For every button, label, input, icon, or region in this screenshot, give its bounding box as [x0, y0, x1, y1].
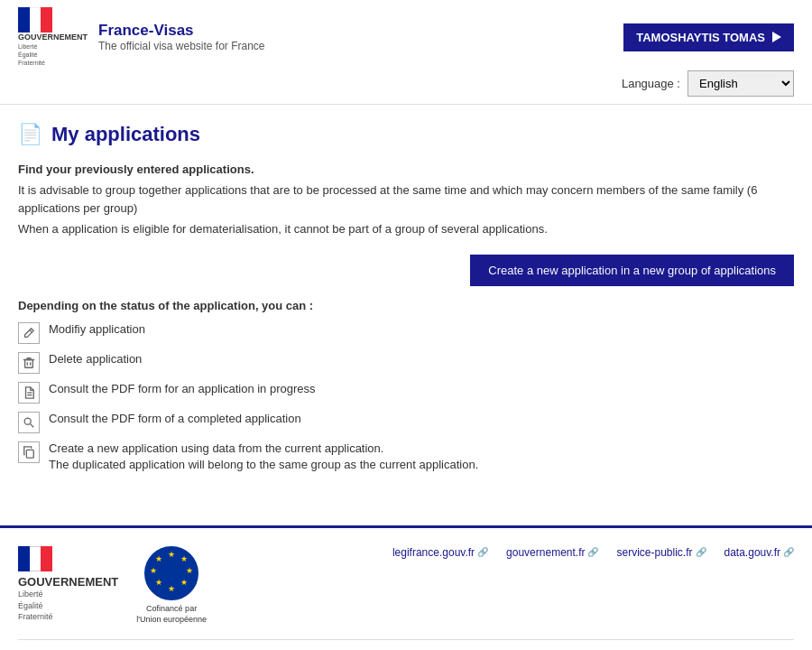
footer-logos: GOUVERNEMENT Liberté Égalité Fraternité … — [18, 546, 207, 625]
eu-badge: ★ ★ ★ ★ ★ ★ ★ ★ Cofinancé par l'Union eu — [136, 546, 207, 625]
footer-gov-name: GOUVERNEMENT — [18, 575, 118, 589]
header-right: TAMOSHAYTIS TOMAS — [623, 23, 794, 51]
footer-top: GOUVERNEMENT Liberté Égalité Fraternité … — [18, 546, 794, 625]
site-subtitle: The official visa website for France — [98, 40, 265, 52]
gov-name-label: GOUVERNEMENT — [18, 32, 88, 42]
svg-text:★: ★ — [168, 584, 175, 593]
main-content: 📄 My applications Find your previously e… — [0, 105, 812, 498]
create-application-button[interactable]: Create a new application in a new group … — [470, 255, 794, 286]
duplicate-label: Create a new application using data from… — [49, 441, 478, 473]
svg-text:★: ★ — [155, 554, 162, 563]
user-name-label: TAMOSHAYTIS TOMAS — [636, 31, 765, 44]
pdf-progress-label: Consult the PDF form for an application … — [49, 381, 316, 397]
search-icon — [23, 416, 35, 429]
footer: GOUVERNEMENT Liberté Égalité Fraternité … — [0, 525, 812, 650]
language-label: Language : — [622, 77, 680, 90]
footer-bottom: © 2023 Portail France-Visas | Site map ↗… — [18, 639, 794, 650]
svg-line-6 — [31, 423, 34, 427]
footer-links: legifrance.gouv.fr 🔗 gouvernement.fr 🔗 s… — [392, 546, 794, 559]
file-icon-box — [18, 382, 40, 404]
footer-french-flag — [18, 546, 52, 571]
copy-icon — [23, 446, 35, 459]
copy-icon-box — [18, 441, 40, 463]
status-heading: Depending on the status of the applicati… — [18, 299, 794, 312]
search-icon-box — [18, 412, 40, 433]
user-menu-button[interactable]: TAMOSHAYTIS TOMAS — [623, 23, 794, 51]
footer-gov-motto: Liberté Égalité Fraternité — [18, 589, 53, 623]
footer-link-data-gouv[interactable]: data.gouv.fr 🔗 — [724, 546, 794, 559]
external-link-icon: 🔗 — [783, 547, 794, 557]
intro-bold: Find your previously entered application… — [18, 162, 794, 176]
gouvernement-logo: GOUVERNEMENT Liberté Égalité Fraternité — [18, 7, 88, 67]
footer-link-service-public[interactable]: service-public.fr 🔗 — [616, 546, 706, 559]
footer-gov-logo: GOUVERNEMENT Liberté Égalité Fraternité — [18, 546, 118, 623]
pdf-completed-label: Consult the PDF form of a completed appl… — [49, 411, 301, 427]
external-link-icon: 🔗 — [477, 547, 488, 557]
trash-icon — [23, 357, 35, 369]
svg-text:★: ★ — [150, 566, 157, 575]
eu-circle: ★ ★ ★ ★ ★ ★ ★ ★ — [144, 546, 198, 600]
file-icon — [23, 386, 35, 399]
external-link-icon: 🔗 — [696, 547, 706, 557]
list-item: Delete application — [18, 351, 794, 374]
footer-link-legifrance[interactable]: legifrance.gouv.fr 🔗 — [392, 546, 488, 559]
applications-icon: 📄 — [18, 123, 42, 146]
svg-point-5 — [24, 418, 31, 424]
intro-text1: It is advisable to group together applic… — [18, 181, 794, 217]
page-title: 📄 My applications — [18, 123, 794, 146]
create-btn-row: Create a new application in a new group … — [18, 255, 794, 286]
svg-text:★: ★ — [155, 578, 162, 587]
site-name: France-Visas — [98, 22, 265, 40]
edit-icon — [23, 327, 35, 339]
list-item: Modifiy application — [18, 321, 794, 344]
delete-label: Delete application — [49, 351, 142, 367]
modify-label: Modifiy application — [49, 321, 145, 338]
site-info: France-Visas The official visa website f… — [98, 22, 265, 52]
language-select[interactable]: English Français Español Deutsch 中文 Русс… — [687, 70, 794, 97]
svg-rect-7 — [26, 450, 33, 458]
intro-text2: When a application is eligible for demat… — [18, 220, 794, 238]
action-list: Modifiy application Delete application — [18, 321, 794, 473]
edit-icon-box — [18, 322, 40, 344]
svg-text:★: ★ — [186, 566, 193, 575]
french-flag — [18, 7, 52, 32]
svg-text:★: ★ — [168, 550, 175, 559]
svg-text:★: ★ — [180, 578, 188, 587]
external-link-icon: 🔗 — [587, 547, 598, 557]
gov-motto: Liberté Égalité Fraternité — [18, 42, 45, 67]
list-item: Create a new application using data from… — [18, 441, 794, 473]
list-item: Consult the PDF form for an application … — [18, 381, 794, 404]
eu-label: Cofinancé par l'Union européenne — [136, 604, 207, 625]
trash-icon-box — [18, 352, 40, 374]
eu-flag-svg: ★ ★ ★ ★ ★ ★ ★ ★ — [146, 548, 197, 599]
footer-link-gouvernement[interactable]: gouvernement.fr 🔗 — [506, 546, 598, 559]
svg-text:★: ★ — [180, 554, 188, 563]
svg-rect-0 — [25, 359, 33, 367]
play-icon — [772, 32, 781, 42]
list-item: Consult the PDF form of a completed appl… — [18, 411, 794, 433]
